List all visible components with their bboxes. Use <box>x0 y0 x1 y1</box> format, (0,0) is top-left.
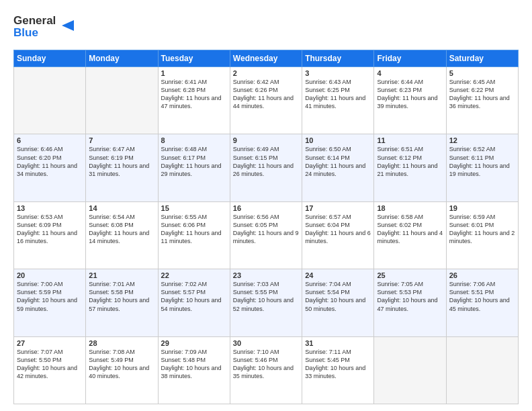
sunset-text: Sunset: 6:02 PM <box>377 221 443 229</box>
daylight-text: Daylight: 10 hours and 47 minutes. <box>377 296 443 312</box>
calendar-cell: 6Sunrise: 6:46 AMSunset: 6:20 PMDaylight… <box>14 134 86 201</box>
sunrise-text: Sunrise: 6:46 AM <box>17 145 83 153</box>
calendar-cell: 2Sunrise: 6:42 AMSunset: 6:26 PMDaylight… <box>230 67 302 134</box>
daylight-text: Daylight: 11 hours and 36 minutes. <box>449 94 515 110</box>
weekday-header: Friday <box>374 50 446 67</box>
calendar-cell: 5Sunrise: 6:45 AMSunset: 6:22 PMDaylight… <box>446 67 518 134</box>
weekday-header: Monday <box>86 50 158 67</box>
page: General Blue SundayMondayTuesdayWednesda… <box>0 0 532 411</box>
daylight-text: Daylight: 10 hours and 52 minutes. <box>233 296 299 312</box>
calendar-cell: 9Sunrise: 6:49 AMSunset: 6:15 PMDaylight… <box>230 134 302 201</box>
sunrise-text: Sunrise: 6:53 AM <box>17 213 83 221</box>
calendar-cell: 16Sunrise: 6:56 AMSunset: 6:05 PMDayligh… <box>230 201 302 269</box>
calendar-cell: 19Sunrise: 6:59 AMSunset: 6:01 PMDayligh… <box>446 201 518 269</box>
daylight-text: Daylight: 10 hours and 59 minutes. <box>17 296 83 312</box>
sunrise-text: Sunrise: 7:10 AM <box>233 348 299 356</box>
daylight-text: Daylight: 10 hours and 45 minutes. <box>449 296 515 312</box>
day-number: 27 <box>17 339 83 347</box>
calendar-cell: 12Sunrise: 6:52 AMSunset: 6:11 PMDayligh… <box>446 134 518 201</box>
sunrise-text: Sunrise: 6:57 AM <box>305 213 371 221</box>
day-number: 13 <box>17 204 83 212</box>
sunset-text: Sunset: 5:46 PM <box>233 356 299 364</box>
sunrise-text: Sunrise: 6:50 AM <box>305 145 371 153</box>
sunrise-text: Sunrise: 6:43 AM <box>305 78 371 86</box>
sunrise-text: Sunrise: 6:58 AM <box>377 213 443 221</box>
sunrise-text: Sunrise: 7:03 AM <box>233 280 299 288</box>
day-number: 5 <box>449 69 515 77</box>
sunset-text: Sunset: 6:17 PM <box>161 154 227 162</box>
calendar-cell: 8Sunrise: 6:48 AMSunset: 6:17 PMDaylight… <box>158 134 230 201</box>
calendar-table: SundayMondayTuesdayWednesdayThursdayFrid… <box>13 50 519 404</box>
daylight-text: Daylight: 11 hours and 31 minutes. <box>89 162 154 178</box>
sunset-text: Sunset: 6:04 PM <box>305 221 371 229</box>
sunrise-text: Sunrise: 7:07 AM <box>17 348 83 356</box>
day-number: 24 <box>305 271 371 279</box>
sunset-text: Sunset: 6:26 PM <box>233 86 299 94</box>
calendar-week-row: 27Sunrise: 7:07 AMSunset: 5:50 PMDayligh… <box>14 336 519 404</box>
sunrise-text: Sunrise: 7:05 AM <box>377 280 443 288</box>
sunset-text: Sunset: 6:28 PM <box>161 86 227 94</box>
daylight-text: Daylight: 11 hours and 9 minutes. <box>233 229 299 245</box>
weekday-header: Tuesday <box>158 50 230 67</box>
daylight-text: Daylight: 10 hours and 54 minutes. <box>161 296 227 312</box>
sunrise-text: Sunrise: 7:00 AM <box>17 280 83 288</box>
sunset-text: Sunset: 6:19 PM <box>89 154 154 162</box>
day-number: 18 <box>377 204 443 212</box>
calendar-cell: 17Sunrise: 6:57 AMSunset: 6:04 PMDayligh… <box>302 201 374 269</box>
day-number: 21 <box>89 271 154 279</box>
daylight-text: Daylight: 11 hours and 44 minutes. <box>233 94 299 110</box>
sunset-text: Sunset: 6:25 PM <box>305 86 371 94</box>
sunrise-text: Sunrise: 6:48 AM <box>161 145 227 153</box>
weekday-header: Saturday <box>446 50 518 67</box>
calendar-cell: 15Sunrise: 6:55 AMSunset: 6:06 PMDayligh… <box>158 201 230 269</box>
svg-text:General: General <box>13 14 56 27</box>
day-number: 26 <box>449 271 515 279</box>
sunset-text: Sunset: 6:09 PM <box>17 221 83 229</box>
day-number: 30 <box>233 339 299 347</box>
sunrise-text: Sunrise: 6:49 AM <box>233 145 299 153</box>
calendar-week-row: 20Sunrise: 7:00 AMSunset: 5:59 PMDayligh… <box>14 269 519 336</box>
sunset-text: Sunset: 6:06 PM <box>161 221 227 229</box>
day-number: 10 <box>305 136 371 144</box>
weekday-header: Wednesday <box>230 50 302 67</box>
calendar-cell: 23Sunrise: 7:03 AMSunset: 5:55 PMDayligh… <box>230 269 302 336</box>
sunset-text: Sunset: 5:59 PM <box>17 288 83 296</box>
sunset-text: Sunset: 6:08 PM <box>89 221 154 229</box>
sunrise-text: Sunrise: 7:01 AM <box>89 280 154 288</box>
day-number: 14 <box>89 204 154 212</box>
sunset-text: Sunset: 6:23 PM <box>377 86 443 94</box>
calendar-cell: 27Sunrise: 7:07 AMSunset: 5:50 PMDayligh… <box>14 336 86 404</box>
sunset-text: Sunset: 5:45 PM <box>305 356 371 364</box>
calendar-header-row: SundayMondayTuesdayWednesdayThursdayFrid… <box>14 50 519 67</box>
calendar-cell <box>14 67 86 134</box>
calendar-cell: 28Sunrise: 7:08 AMSunset: 5:49 PMDayligh… <box>86 336 158 404</box>
calendar-cell: 29Sunrise: 7:09 AMSunset: 5:48 PMDayligh… <box>158 336 230 404</box>
sunrise-text: Sunrise: 7:11 AM <box>305 348 371 356</box>
sunset-text: Sunset: 6:12 PM <box>377 154 443 162</box>
day-number: 9 <box>233 136 299 144</box>
sunset-text: Sunset: 5:50 PM <box>17 356 83 364</box>
weekday-header: Sunday <box>14 50 86 67</box>
day-number: 23 <box>233 271 299 279</box>
calendar-cell: 22Sunrise: 7:02 AMSunset: 5:57 PMDayligh… <box>158 269 230 336</box>
logo-block: General Blue <box>13 11 74 43</box>
sunrise-text: Sunrise: 7:06 AM <box>449 280 515 288</box>
sunrise-text: Sunrise: 7:09 AM <box>161 348 227 356</box>
daylight-text: Daylight: 11 hours and 11 minutes. <box>161 229 227 245</box>
calendar-cell: 31Sunrise: 7:11 AMSunset: 5:45 PMDayligh… <box>302 336 374 404</box>
svg-text:Blue: Blue <box>13 26 38 39</box>
sunrise-text: Sunrise: 6:45 AM <box>449 78 515 86</box>
sunrise-text: Sunrise: 6:41 AM <box>161 78 227 86</box>
calendar-week-row: 1Sunrise: 6:41 AMSunset: 6:28 PMDaylight… <box>14 67 519 134</box>
calendar-cell: 26Sunrise: 7:06 AMSunset: 5:51 PMDayligh… <box>446 269 518 336</box>
calendar-cell: 25Sunrise: 7:05 AMSunset: 5:53 PMDayligh… <box>374 269 446 336</box>
sunset-text: Sunset: 6:01 PM <box>449 221 515 229</box>
daylight-text: Daylight: 11 hours and 41 minutes. <box>305 94 371 110</box>
day-number: 16 <box>233 204 299 212</box>
sunset-text: Sunset: 6:11 PM <box>449 154 515 162</box>
day-number: 7 <box>89 136 154 144</box>
daylight-text: Daylight: 11 hours and 26 minutes. <box>233 162 299 178</box>
sunrise-text: Sunrise: 7:08 AM <box>89 348 154 356</box>
daylight-text: Daylight: 11 hours and 6 minutes. <box>305 229 371 245</box>
day-number: 12 <box>449 136 515 144</box>
